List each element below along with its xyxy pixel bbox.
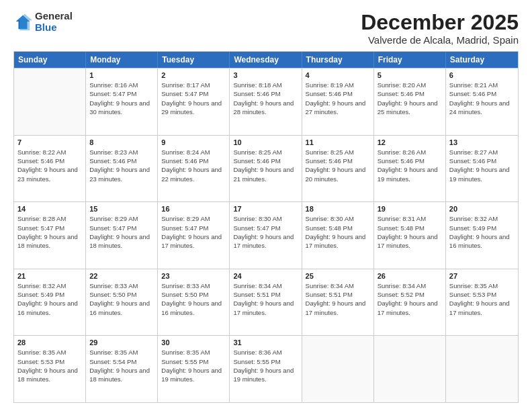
day-number: 12: [378, 138, 442, 146]
calendar-cell: 3Sunrise: 8:18 AMSunset: 5:46 PMDaylight…: [230, 68, 302, 135]
day-info: Sunrise: 8:35 AMSunset: 5:53 PMDaylight:…: [17, 348, 82, 383]
day-info: Sunrise: 8:29 AMSunset: 5:47 PMDaylight:…: [89, 214, 154, 250]
calendar-cell: 18Sunrise: 8:30 AMSunset: 5:48 PMDayligh…: [302, 202, 374, 269]
day-number: 27: [449, 272, 515, 280]
day-info: Sunrise: 8:25 AMSunset: 5:46 PMDaylight:…: [233, 148, 298, 183]
day-info: Sunrise: 8:24 AMSunset: 5:46 PMDaylight:…: [161, 148, 226, 183]
logo-blue-text: Blue: [35, 22, 73, 34]
day-number: 5: [378, 71, 442, 79]
calendar-body: 1Sunrise: 8:16 AMSunset: 5:47 PMDaylight…: [14, 68, 518, 402]
calendar-cell: 4Sunrise: 8:19 AMSunset: 5:46 PMDaylight…: [302, 68, 374, 135]
day-number: 4: [306, 71, 370, 79]
day-info: Sunrise: 8:36 AMSunset: 5:55 PMDaylight:…: [233, 348, 298, 383]
day-number: 23: [161, 272, 226, 280]
day-number: 15: [89, 205, 154, 213]
calendar-cell: 10Sunrise: 8:25 AMSunset: 5:46 PMDayligh…: [230, 136, 302, 202]
day-info: Sunrise: 8:16 AMSunset: 5:47 PMDaylight:…: [89, 81, 154, 116]
day-number: 28: [17, 338, 82, 347]
day-number: 30: [161, 338, 226, 347]
logo: General Blue: [13, 11, 73, 33]
calendar-cell: [302, 336, 374, 402]
calendar-header: SundayMondayTuesdayWednesdayThursdayFrid…: [14, 52, 518, 68]
calendar-cell: 27Sunrise: 8:35 AMSunset: 5:53 PMDayligh…: [446, 269, 518, 336]
day-info: Sunrise: 8:30 AMSunset: 5:48 PMDaylight:…: [306, 214, 370, 250]
day-info: Sunrise: 8:28 AMSunset: 5:47 PMDaylight:…: [17, 214, 82, 250]
day-number: 29: [89, 338, 154, 347]
calendar-cell: 25Sunrise: 8:34 AMSunset: 5:51 PMDayligh…: [302, 269, 374, 336]
calendar-row: 14Sunrise: 8:28 AMSunset: 5:47 PMDayligh…: [14, 201, 518, 269]
day-number: 20: [449, 205, 515, 213]
calendar-cell: 22Sunrise: 8:33 AMSunset: 5:50 PMDayligh…: [86, 269, 158, 336]
day-number: 10: [233, 138, 298, 146]
calendar-header-cell: Tuesday: [158, 52, 230, 68]
day-info: Sunrise: 8:34 AMSunset: 5:51 PMDaylight:…: [233, 281, 298, 317]
calendar-cell: 9Sunrise: 8:24 AMSunset: 5:46 PMDaylight…: [158, 136, 230, 202]
day-number: 31: [233, 338, 298, 347]
day-info: Sunrise: 8:22 AMSunset: 5:46 PMDaylight:…: [17, 148, 82, 183]
day-number: 11: [306, 138, 370, 146]
calendar-row: 1Sunrise: 8:16 AMSunset: 5:47 PMDaylight…: [14, 68, 518, 135]
day-number: 21: [17, 272, 82, 280]
day-info: Sunrise: 8:33 AMSunset: 5:50 PMDaylight:…: [89, 281, 154, 317]
day-info: Sunrise: 8:23 AMSunset: 5:46 PMDaylight:…: [89, 148, 154, 183]
calendar-header-cell: Friday: [374, 52, 446, 68]
logo-icon: [13, 13, 32, 32]
day-info: Sunrise: 8:33 AMSunset: 5:50 PMDaylight:…: [161, 281, 226, 317]
page: General Blue December 2025 Valverde de A…: [0, 0, 532, 411]
calendar-cell: [14, 68, 86, 135]
calendar: SundayMondayTuesdayWednesdayThursdayFrid…: [13, 51, 519, 403]
logo-general-text: General: [35, 11, 73, 22]
day-number: 8: [89, 138, 154, 146]
title-section: December 2025 Valverde de Alcala, Madrid…: [361, 11, 519, 46]
day-number: 22: [89, 272, 154, 280]
day-info: Sunrise: 8:27 AMSunset: 5:46 PMDaylight:…: [449, 148, 515, 183]
month-title: December 2025: [361, 11, 519, 34]
day-number: 16: [161, 205, 226, 213]
calendar-cell: 13Sunrise: 8:27 AMSunset: 5:46 PMDayligh…: [446, 136, 518, 202]
day-info: Sunrise: 8:29 AMSunset: 5:47 PMDaylight:…: [161, 214, 226, 250]
calendar-header-cell: Wednesday: [230, 52, 302, 68]
day-number: 9: [161, 138, 226, 146]
calendar-cell: 17Sunrise: 8:30 AMSunset: 5:47 PMDayligh…: [230, 202, 302, 269]
day-info: Sunrise: 8:26 AMSunset: 5:46 PMDaylight:…: [378, 148, 442, 183]
calendar-cell: 14Sunrise: 8:28 AMSunset: 5:47 PMDayligh…: [14, 202, 86, 269]
day-number: 25: [306, 272, 370, 280]
logo-text: General Blue: [35, 11, 73, 33]
calendar-cell: 31Sunrise: 8:36 AMSunset: 5:55 PMDayligh…: [230, 336, 302, 402]
calendar-cell: 30Sunrise: 8:35 AMSunset: 5:55 PMDayligh…: [158, 336, 230, 402]
calendar-cell: 5Sunrise: 8:20 AMSunset: 5:46 PMDaylight…: [374, 68, 446, 135]
day-info: Sunrise: 8:30 AMSunset: 5:47 PMDaylight:…: [233, 214, 298, 250]
calendar-cell: 20Sunrise: 8:32 AMSunset: 5:49 PMDayligh…: [446, 202, 518, 269]
day-number: 2: [161, 71, 226, 79]
calendar-row: 21Sunrise: 8:32 AMSunset: 5:49 PMDayligh…: [14, 269, 518, 336]
calendar-cell: 23Sunrise: 8:33 AMSunset: 5:50 PMDayligh…: [158, 269, 230, 336]
day-info: Sunrise: 8:21 AMSunset: 5:46 PMDaylight:…: [449, 81, 515, 116]
day-number: 3: [233, 71, 298, 79]
day-info: Sunrise: 8:32 AMSunset: 5:49 PMDaylight:…: [449, 214, 515, 250]
calendar-cell: 11Sunrise: 8:25 AMSunset: 5:46 PMDayligh…: [302, 136, 374, 202]
day-info: Sunrise: 8:25 AMSunset: 5:46 PMDaylight:…: [306, 148, 370, 183]
calendar-cell: 26Sunrise: 8:34 AMSunset: 5:52 PMDayligh…: [374, 269, 446, 336]
calendar-cell: 15Sunrise: 8:29 AMSunset: 5:47 PMDayligh…: [86, 202, 158, 269]
calendar-cell: 2Sunrise: 8:17 AMSunset: 5:47 PMDaylight…: [158, 68, 230, 135]
day-number: 13: [449, 138, 515, 146]
calendar-cell: 12Sunrise: 8:26 AMSunset: 5:46 PMDayligh…: [374, 136, 446, 202]
day-info: Sunrise: 8:32 AMSunset: 5:49 PMDaylight:…: [17, 281, 82, 317]
calendar-cell: 16Sunrise: 8:29 AMSunset: 5:47 PMDayligh…: [158, 202, 230, 269]
day-info: Sunrise: 8:35 AMSunset: 5:54 PMDaylight:…: [89, 348, 154, 383]
calendar-cell: 19Sunrise: 8:31 AMSunset: 5:48 PMDayligh…: [374, 202, 446, 269]
day-number: 1: [89, 71, 154, 79]
day-number: 19: [378, 205, 442, 213]
calendar-cell: 7Sunrise: 8:22 AMSunset: 5:46 PMDaylight…: [14, 136, 86, 202]
day-info: Sunrise: 8:34 AMSunset: 5:51 PMDaylight:…: [306, 281, 370, 317]
calendar-cell: 8Sunrise: 8:23 AMSunset: 5:46 PMDaylight…: [86, 136, 158, 202]
day-number: 6: [449, 71, 515, 79]
calendar-header-cell: Thursday: [302, 52, 374, 68]
day-info: Sunrise: 8:31 AMSunset: 5:48 PMDaylight:…: [378, 214, 442, 250]
day-number: 7: [17, 138, 82, 146]
day-number: 26: [378, 272, 442, 280]
calendar-row: 28Sunrise: 8:35 AMSunset: 5:53 PMDayligh…: [14, 335, 518, 402]
calendar-header-cell: Sunday: [14, 52, 86, 68]
day-info: Sunrise: 8:18 AMSunset: 5:46 PMDaylight:…: [233, 81, 298, 116]
location-subtitle: Valverde de Alcala, Madrid, Spain: [361, 34, 519, 46]
